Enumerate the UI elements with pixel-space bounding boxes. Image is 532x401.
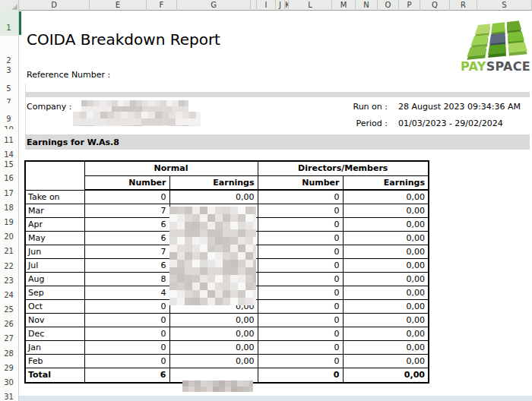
directors-group-header[interactable]: Directors/Members [258,161,429,175]
directors-number-cell[interactable]: 0 [258,299,343,313]
normal-earnings-cell[interactable]: 0,00 [169,313,258,327]
directors-number-cell[interactable]: 0 [258,354,343,368]
month-cell[interactable]: Oct [25,299,84,313]
directors-number-cell[interactable]: 0 [258,368,343,383]
column-header-G[interactable]: G [177,0,251,11]
directors-earnings-cell[interactable]: 0,00 [343,190,429,204]
directors-earnings-cell[interactable]: 0,00 [343,368,429,383]
directors-earnings-cell[interactable]: 0,00 [343,327,429,340]
row-header-21[interactable]: 21 [0,247,17,256]
row-header-22[interactable]: 22 [0,262,17,271]
normal-number-cell[interactable]: 8 [84,272,169,286]
normal-number-cell[interactable]: 0 [84,190,169,204]
column-header-E[interactable]: E [90,0,147,11]
row-header-20[interactable]: 20 [0,232,17,242]
directors-earnings-cell[interactable]: 0,00 [343,231,429,245]
column-header-F[interactable]: F [147,0,177,11]
directors-earnings-cell[interactable]: 0,00 [343,313,429,327]
month-cell[interactable]: Nov [25,313,84,327]
month-cell[interactable]: Apr [25,217,84,231]
normal-number-cell[interactable]: 0 [84,354,169,368]
column-header-J[interactable]: J [276,0,285,11]
row-header-25[interactable]: 25 [0,305,17,314]
table-corner-cell[interactable] [25,161,84,190]
normal-number-cell[interactable]: 7 [84,204,169,217]
directors-number-cell[interactable]: 0 [258,245,343,258]
row-header-11[interactable]: 11 [0,136,17,145]
month-cell[interactable]: Jan [25,340,84,354]
row-header-9[interactable]: 9 [0,115,17,124]
month-cell[interactable]: Jun [25,245,84,258]
directors-earnings-cell[interactable]: 0,00 [343,354,429,368]
directors-number-cell[interactable]: 0 [258,286,343,299]
row-header-23[interactable]: 23 [0,276,17,286]
normal-number-cell[interactable]: 0 [84,313,169,327]
normal-number-cell[interactable]: 6 [84,368,169,383]
row-header-19[interactable]: 19 [0,218,17,227]
month-cell[interactable]: Feb [25,354,84,368]
row-header-5[interactable]: 5 [0,84,17,93]
directors-number-cell[interactable]: 0 [258,272,343,286]
column-header-Q[interactable]: Q [420,0,450,11]
month-cell[interactable]: Sep [25,286,84,299]
column-header-D[interactable]: D [19,0,90,11]
directors-earnings-cell[interactable]: 0,00 [343,340,429,354]
month-cell[interactable]: Aug [25,272,84,286]
normal-number-cell[interactable]: 7 [84,245,169,258]
column-header-P[interactable]: P [399,0,420,11]
normal-earnings-cell[interactable]: 0,00 [169,354,258,368]
normal-number-cell[interactable]: 0 [84,327,169,340]
row-header-14[interactable]: 14 [0,150,17,159]
row-header-3[interactable]: 3 [0,66,17,75]
month-cell[interactable]: Total [25,368,84,383]
column-header-O[interactable]: O [378,0,399,11]
row-header-15[interactable]: 15 [0,160,17,169]
normal-earnings-cell[interactable]: 0,00 [169,190,258,204]
month-cell[interactable]: Take on [25,190,84,204]
directors-number-cell[interactable]: 0 [258,340,343,354]
normal-number-cell[interactable]: 0 [84,340,169,354]
directors-number-cell[interactable]: 0 [258,190,343,204]
normal-number-cell[interactable]: 6 [84,231,169,245]
directors-number-header[interactable]: Number [258,175,343,190]
row-header-26[interactable]: 26 [0,320,17,329]
normal-number-cell[interactable]: 6 [84,217,169,231]
month-cell[interactable]: Jul [25,258,84,272]
directors-earnings-cell[interactable]: 0,00 [343,204,429,217]
column-header-N[interactable]: N [356,0,378,11]
row-header-24[interactable]: 24 [0,291,17,300]
directors-earnings-cell[interactable]: 0,00 [343,272,429,286]
directors-earnings-cell[interactable]: 0,00 [343,258,429,272]
row-header-29[interactable]: 29 [0,364,17,373]
normal-number-cell[interactable]: 6 [84,258,169,272]
select-all-corner[interactable] [0,0,19,11]
column-header-I[interactable]: I [257,0,276,11]
normal-earnings-cell[interactable]: 0,00 [169,340,258,354]
normal-number-cell[interactable]: 0 [84,299,169,313]
directors-number-cell[interactable]: 0 [258,204,343,217]
directors-earnings-cell[interactable]: 0,00 [343,245,429,258]
month-cell[interactable]: Dec [25,327,84,340]
month-cell[interactable]: May [25,231,84,245]
row-header-18[interactable]: 18 [0,204,17,213]
normal-number-header[interactable]: Number [84,175,169,190]
row-header-16[interactable]: 16 [0,174,17,183]
row-header-17[interactable]: 17 [0,189,17,198]
row-header-30[interactable]: 30 [0,378,17,387]
column-header-M[interactable]: M [332,0,356,11]
row-header-7[interactable]: 7 [0,98,17,103]
normal-earnings-header[interactable]: Earnings [169,175,258,190]
normal-number-cell[interactable]: 4 [84,286,169,299]
row-header-1[interactable]: 1 [0,24,17,33]
directors-number-cell[interactable]: 0 [258,231,343,245]
directors-earnings-cell[interactable]: 0,00 [343,299,429,313]
row-header-27[interactable]: 27 [0,334,17,343]
row-header-28[interactable]: 28 [0,349,17,358]
directors-number-cell[interactable]: 0 [258,313,343,327]
row-header-2[interactable]: 2 [0,56,17,65]
normal-earnings-cell[interactable]: 0,00 [169,327,258,340]
row-header-10[interactable]: 10 [0,125,17,129]
column-header-L[interactable]: L [289,0,332,11]
column-header-S[interactable]: S [477,0,532,11]
column-header-R[interactable]: R [450,0,477,11]
